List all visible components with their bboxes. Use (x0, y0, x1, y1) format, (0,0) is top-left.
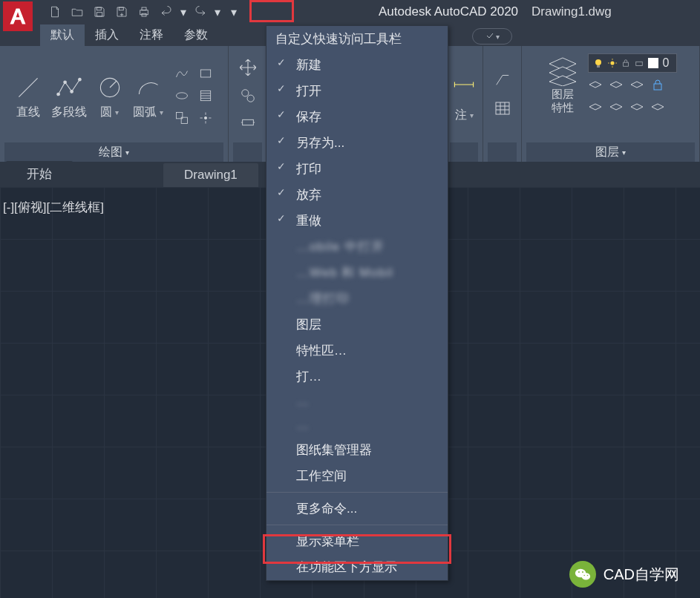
spline-icon[interactable] (173, 65, 191, 82)
arc-icon (133, 72, 164, 103)
menu-item-new[interactable]: 新建 (266, 52, 448, 78)
draw-subtools (171, 63, 216, 128)
menu-item-blur1[interactable]: … (266, 390, 448, 413)
svg-point-37 (583, 575, 585, 576)
redo-icon[interactable] (190, 2, 211, 22)
menu-item-below-ribbon[interactable]: 在功能区下方显示 (266, 554, 448, 580)
qat-customize-dropdown-icon[interactable]: ▾ (229, 5, 239, 19)
layer-on-icon[interactable] (588, 101, 604, 117)
svg-line-6 (19, 78, 37, 96)
save-icon[interactable] (89, 2, 110, 22)
menu-item-sheetset[interactable]: 图纸集管理器 (266, 437, 448, 463)
region-icon[interactable] (173, 109, 191, 127)
open-icon[interactable] (67, 2, 88, 22)
leader-icon[interactable] (494, 71, 511, 91)
new-icon[interactable] (45, 2, 65, 22)
annotation-highlight-qat (249, 0, 294, 22)
menu-item-workspace[interactable]: 工作空间 (266, 463, 448, 489)
svg-rect-32 (654, 84, 661, 90)
ribbon-group-annotate: 注 (445, 46, 483, 162)
current-layer-dropdown[interactable]: 0 (588, 53, 677, 73)
tool-arc[interactable]: 圆弧 (133, 72, 164, 120)
point-icon[interactable] (197, 109, 215, 127)
layer-properties-button[interactable]: 图层 特性 (545, 53, 580, 114)
polyline-icon (53, 72, 85, 103)
viewport-label[interactable]: [-][俯视][二维线框] (3, 199, 104, 216)
hatch-icon[interactable] (197, 87, 215, 105)
svg-point-19 (241, 90, 248, 96)
quick-access-toolbar: ▾ ▾ ▾ (45, 2, 239, 22)
svg-rect-0 (97, 7, 101, 10)
tool-annotate[interactable] (448, 69, 480, 100)
svg-point-34 (581, 573, 590, 579)
copy-icon[interactable] (240, 88, 256, 107)
group-label-layers[interactable]: 图层 ▾ (526, 142, 695, 162)
undo-dropdown-icon[interactable]: ▾ (178, 5, 189, 19)
layer-thaw-icon[interactable] (609, 101, 625, 117)
svg-rect-13 (200, 70, 210, 77)
menu-item-batch-print[interactable]: …理打印 (266, 286, 448, 312)
ribbon-group-table (483, 46, 522, 162)
svg-rect-4 (142, 7, 146, 10)
sun-icon (608, 59, 617, 68)
dimension-icon (448, 69, 480, 100)
menu-item-print[interactable]: 打印 (266, 156, 448, 182)
layer-match-icon[interactable] (650, 101, 667, 117)
tool-circle[interactable]: 圆 (94, 72, 125, 120)
svg-rect-24 (597, 65, 600, 68)
svg-rect-3 (140, 10, 148, 15)
group-label-modify[interactable] (233, 142, 262, 162)
current-layer-name: 0 (663, 56, 670, 70)
group-label-draw[interactable]: 绘图 ▾ (4, 142, 223, 162)
menu-item-open[interactable]: 打开 (266, 78, 448, 104)
rect-icon[interactable] (197, 65, 215, 82)
layer-unlock-icon[interactable] (629, 101, 646, 117)
menu-item-redo[interactable]: 重做 (266, 208, 448, 234)
tab-param[interactable]: 参数 (174, 24, 218, 46)
menu-item-layer[interactable]: 图层 (266, 312, 448, 338)
tool-pline[interactable]: 多段线 (51, 72, 87, 120)
move-icon[interactable] (238, 58, 258, 80)
menu-item-mobile-open[interactable]: …obile 中打开 (266, 234, 448, 260)
ribbon-group-draw: 直线 多段线 圆 圆弧 (0, 46, 229, 162)
menu-item-web-mobile[interactable]: …Web 和 Mobil (266, 260, 448, 286)
svg-point-38 (586, 575, 588, 576)
wechat-icon (569, 561, 596, 588)
redo-dropdown-icon[interactable]: ▾ (212, 5, 223, 19)
tab-insert[interactable]: 插入 (85, 24, 129, 46)
line-icon (13, 72, 44, 103)
qat-customize-menu: 自定义快速访问工具栏 新建 打开 保存 另存为... 打印 放弃 重做 …obi… (266, 25, 448, 581)
tab-start[interactable]: 开始 (6, 161, 73, 187)
menu-item-print2[interactable]: 打… (266, 364, 448, 390)
svg-point-9 (70, 90, 73, 93)
svg-point-36 (582, 571, 583, 573)
layer-off-icon[interactable] (588, 79, 604, 95)
layer-iso-icon[interactable] (650, 79, 667, 95)
menu-item-undo[interactable]: 放弃 (266, 182, 448, 208)
tab-annotate[interactable]: 注释 (129, 24, 174, 46)
saveas-icon[interactable] (111, 2, 132, 22)
app-logo[interactable] (3, 1, 33, 31)
search-toggle[interactable]: ▾ (472, 28, 512, 45)
menu-item-more[interactable]: 更多命令... (266, 496, 448, 522)
menu-item-save[interactable]: 保存 (266, 104, 448, 130)
menu-item-saveas[interactable]: 另存为... (266, 130, 448, 156)
stretch-icon[interactable] (240, 114, 256, 134)
menu-item-showmenubar[interactable]: 显示菜单栏 (266, 528, 448, 554)
watermark: CAD自学网 (569, 561, 679, 588)
svg-rect-21 (242, 119, 253, 125)
menu-separator (266, 525, 448, 525)
ellipse-icon[interactable] (173, 87, 191, 105)
menu-item-matchprop[interactable]: 特性匹… (266, 338, 448, 364)
undo-icon[interactable] (156, 2, 177, 22)
tab-default[interactable]: 默认 (40, 24, 85, 46)
tab-drawing1[interactable]: Drawing1 (163, 163, 258, 187)
print-icon[interactable] (134, 2, 154, 22)
tool-line[interactable]: 直线 (13, 72, 44, 120)
table-icon[interactable] (494, 99, 511, 120)
svg-point-23 (595, 59, 601, 65)
menu-item-blur2[interactable]: … (266, 413, 448, 437)
layer-lock-icon[interactable] (629, 79, 646, 95)
layer-freeze-icon[interactable] (609, 79, 625, 95)
layer-stack-icon (545, 53, 580, 86)
